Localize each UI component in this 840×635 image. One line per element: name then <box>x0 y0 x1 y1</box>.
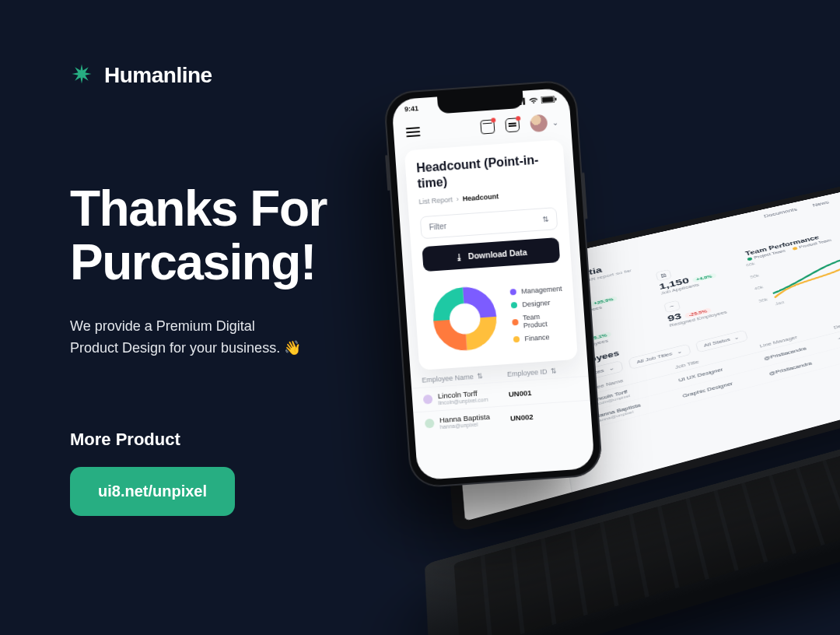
brand-name: Humanline <box>104 63 212 88</box>
filter-input[interactable]: Filter ⇅ <box>420 207 558 239</box>
sort-icon: ⇅ <box>550 367 557 376</box>
mobile-report-card: Headcount (Point-in-time) List Report › … <box>404 139 578 370</box>
legend-swatch-icon <box>513 335 520 342</box>
chat-icon[interactable] <box>505 118 520 132</box>
legend-team-product: Team Product <box>523 310 565 329</box>
device-mockups: Documents News Payslip Report Humanline … <box>373 47 840 635</box>
avatar <box>425 419 435 429</box>
avatar[interactable] <box>530 114 548 132</box>
row-id: UN001 <box>508 384 579 398</box>
donut-legend: Management Designer Team Product Finance <box>510 284 565 342</box>
download-label: Download Data <box>468 247 527 261</box>
breadcrumb-root[interactable]: List Report <box>418 195 453 205</box>
notification-dot-icon <box>491 118 495 122</box>
asterisk-icon <box>70 62 93 89</box>
y-tick: 50k <box>750 273 760 279</box>
topnav-news[interactable]: News <box>812 200 830 208</box>
mobile-title: Headcount (Point-in-time) <box>416 151 555 191</box>
chevron-down-icon[interactable]: ⌄ <box>551 118 558 127</box>
cta-button[interactable]: ui8.net/unpixel <box>70 467 235 516</box>
breadcrumb: List Report › Headcount <box>418 188 555 205</box>
avatar <box>423 395 433 405</box>
legend-dot-icon <box>792 247 797 251</box>
hamburger-icon[interactable] <box>406 127 421 137</box>
sort-icon: ⇅ <box>476 372 483 381</box>
col-employee-id[interactable]: Employee ID ⇅ <box>507 366 577 378</box>
legend-finance: Finance <box>524 333 550 342</box>
legend-swatch-icon <box>510 288 517 295</box>
wifi-icon <box>528 96 538 104</box>
download-icon: ⭳ <box>455 252 464 262</box>
mail-icon[interactable] <box>480 119 495 134</box>
y-tick: 30k <box>758 297 768 303</box>
svg-rect-5 <box>542 96 554 102</box>
subtext-line2: Product Design for your business. 👋 <box>70 340 301 356</box>
legend-swatch-icon <box>511 301 518 308</box>
legend-dot-icon <box>747 257 752 261</box>
headline-line2: Purcasing! <box>70 234 316 290</box>
subtext-line1: We provide a Premium Digital <box>70 318 255 334</box>
battery-icon <box>541 95 557 103</box>
donut-chart-icon <box>425 275 506 362</box>
row-id: UN002 <box>510 409 581 422</box>
download-button[interactable]: ⭳ Download Data <box>422 237 560 272</box>
headline-line1: Thanks For <box>70 181 327 237</box>
svg-rect-3 <box>523 97 525 104</box>
legend-management: Management <box>521 284 562 295</box>
svg-rect-6 <box>555 97 557 100</box>
y-tick: 60k <box>746 261 756 267</box>
legend-designer: Designer <box>522 298 551 307</box>
phone-mockup: 9:41 ⌄ <box>383 79 604 489</box>
y-tick: 40k <box>754 286 764 291</box>
legend-swatch-icon <box>513 318 519 325</box>
status-time: 9:41 <box>404 104 419 113</box>
notification-dot-icon <box>516 116 520 121</box>
breadcrumb-leaf: Headcount <box>462 192 499 202</box>
filter-label: Filter <box>429 222 446 232</box>
sliders-icon: ⇅ <box>542 215 549 224</box>
